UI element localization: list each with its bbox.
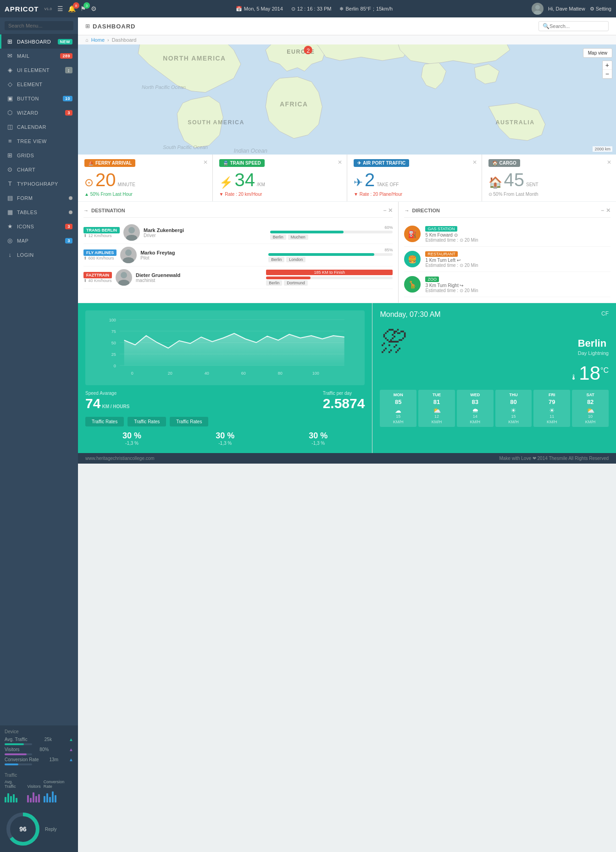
sidebar-item-mail[interactable]: ✉ MAIL 289 [0,49,78,63]
weather-day-tue: TUE 81 ⛅ 12 KM/H [418,390,455,427]
hamburger-icon[interactable]: ☰ [57,5,63,12]
flag-icon[interactable]: ⚑3 [80,5,86,12]
dest-speed-2: ⬆ 40 Km/hours [83,278,112,283]
sidebar-label-map: MAP [17,238,28,243]
dashboard-sections: → DESTINATION − ✕ TRANS BERLIN ⬆ 12 Km/h… [78,202,616,303]
dir-tag-2: ZOO [425,277,439,282]
reply-label: Reply [45,827,57,832]
search-input[interactable] [5,21,73,30]
sidebar-item-dashboard[interactable]: ⊞ DASHBOARD NEW [0,34,78,49]
direction-minimize-button[interactable]: − [601,207,604,214]
bar-4 [13,794,15,802]
traffic-buttons: Traffic Rates Traffic Rates Traffic Rate… [85,417,365,426]
weather-description: Day Lightning [578,350,609,356]
sidebar-label-dashboard: DASHBOARD [17,39,51,44]
traffic-rates-button-0[interactable]: Traffic Rates [85,417,124,426]
map-zoom-out-button[interactable]: − [603,70,612,78]
weather-unit-toggle[interactable]: CF [601,310,609,317]
notification-badge: 8 [73,2,79,9]
cargo-note: ⊙ 50% From Last Month [488,192,610,197]
cargo-value: 45 [504,171,525,189]
conversion-label: Conversion Rate [5,757,39,762]
weather-temp-area: 🌡 18°C [380,362,609,384]
visitors-arrow: ▲ [69,747,73,752]
svg-text:100: 100 [312,371,319,376]
sidebar-item-icons[interactable]: ★ ICONs 3 [0,219,78,233]
svg-point-22 [118,280,129,286]
map-view-button[interactable]: Map view [583,48,612,58]
traffic-rates-button-2[interactable]: Traffic Rates [170,417,208,426]
sidebar-item-map[interactable]: ◎ MAP 3 [0,233,78,248]
sidebar-item-form[interactable]: ▤ FORM [0,191,78,205]
breadcrumb-current: Dashboard [112,37,137,43]
bar-v3 [33,792,34,802]
page-title: DASHBOARD [93,23,136,30]
cargo-close-button[interactable]: ✕ [607,159,611,166]
restaurant-icon: 🍔 [404,251,421,267]
sidebar-item-typography[interactable]: T TYPHOGHRAPY [0,177,78,191]
destination-close-button[interactable]: ✕ [388,207,393,214]
breadcrumb-home-link[interactable]: Home [91,37,105,43]
mini-chart-label-1: Avg. Traffic [5,780,24,789]
sidebar-item-button[interactable]: ▣ BUTTON 10 [0,91,78,105]
speed-avg-section: Speed Avarage 74 KM / HOURS [85,391,129,411]
ferry-value-area: ⊙ 20 MINUTE [84,171,206,189]
calendar-icon: ◫ [7,123,13,130]
sidebar-item-grids[interactable]: ⊞ GRIDS [0,148,78,162]
dest-name-2: Dieter Gruenewald [136,272,262,278]
donut-value: 96 [19,825,27,833]
cargo-title: 🏠 CARGO [488,159,520,167]
weather-forecast-grid: MON 85 ☁ 15 KM/H TUE 81 ⛅ 12 KM/H WE [380,390,609,427]
train-value-area: ⚡ 34 /KM [219,171,341,189]
wizard-icon: ⬡ [7,109,13,116]
ui-element-badge: ↕ [65,67,72,73]
airport-close-button[interactable]: ✕ [472,159,477,166]
sidebar-item-login[interactable]: ↓ LOGIN [0,248,78,262]
traffic-rates-button-1[interactable]: Traffic Rates [128,417,166,426]
button-badge: 10 [63,96,72,101]
setting-link[interactable]: ⚙ Setting [590,6,611,12]
sidebar-item-tables[interactable]: ▦ TABLES [0,205,78,219]
typography-icon: T [7,180,13,187]
sidebar-item-element[interactable]: ◇ ELEMENT [0,77,78,91]
sidebar-item-wizard[interactable]: ⬡ WIZARD 3 [0,105,78,120]
avg-traffic-bar-wrap [5,743,32,745]
search-input-header[interactable] [549,23,605,29]
destination-minimize-button[interactable]: − [383,207,386,214]
map-icon: ◎ [7,237,13,244]
dest-role-0: Driver [144,233,266,238]
sidebar-item-calendar[interactable]: ◫ CALENDAR [0,120,78,134]
bar-c5 [55,795,56,802]
conversion-value: 13m [50,757,58,762]
dest-progress-2: 185 KM to Finish Berlin Dortmund [266,270,393,286]
ferry-clock-icon: ⊙ [84,176,94,189]
dir-distance-1: 1 Km Turn Left ↩ [425,258,610,263]
button-icon: ▣ [7,95,13,102]
ferry-close-button[interactable]: ✕ [203,159,208,166]
map-badge: 3 [65,238,72,243]
map-zoom-in-button[interactable]: + [603,61,612,70]
nav-center: 📅 Mon, 5 May 2014 ⊙ 12 : 16 : 33 PM ❄ Be… [236,6,393,12]
direction-close-button[interactable]: ✕ [606,207,610,214]
svg-text:50: 50 [111,341,116,345]
destination-icon: → [83,208,89,213]
avatar-svg-2 [116,269,132,286]
dir-time-0: Estimated time : ⊙ 20 Min [425,238,610,243]
sidebar-item-ui-element[interactable]: ◈ UI ELEMENT ↕ [0,63,78,77]
notification-bell-icon[interactable]: 🔔8 [68,5,76,12]
dir-distance-0: 5 Km Foward ⊙ [425,232,610,238]
dir-tag-0: GAS STATION [425,226,457,232]
grids-icon: ⊞ [7,152,13,159]
dest-avatar-0 [123,224,140,241]
city-from-2: Berlin [266,280,282,286]
mail-badge: 289 [60,53,72,59]
settings-gear-icon[interactable]: ⚙ [91,5,97,12]
train-close-button[interactable]: ✕ [338,159,342,166]
weather-panel: Monday, 07:30 AM CF ⛈ Berlin Day Lightni… [372,303,616,453]
dest-tag-1: FLY AIRLINES [83,249,117,256]
sidebar-item-chart[interactable]: ⊙ CHART [0,162,78,177]
rate-pct-2: 30 % [309,431,327,441]
mini-chart-label-3: Conversion Rate [44,780,73,789]
sidebar-item-tree-view[interactable]: ≡ TREE VIEW [0,134,78,148]
mini-chart-label-2: Visitors [27,784,40,789]
